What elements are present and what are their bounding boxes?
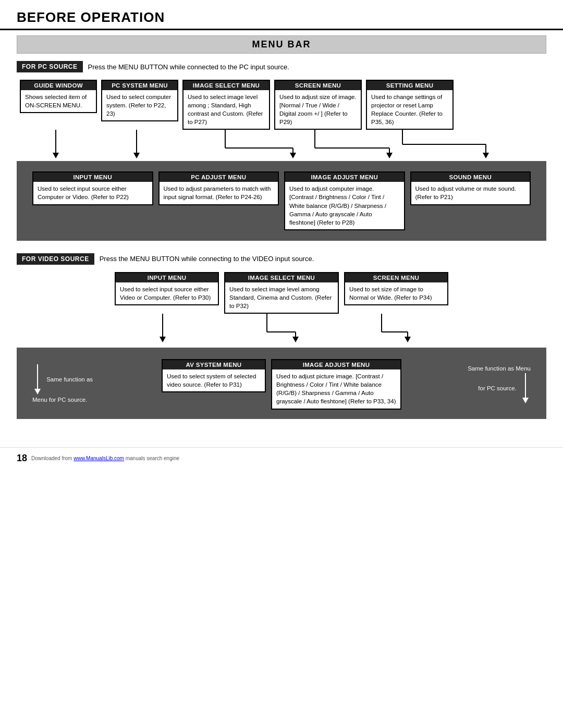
svg-marker-17 bbox=[160, 337, 166, 342]
screen-menu-body-video: Used to set size of image to Normal or W… bbox=[345, 282, 447, 304]
svg-marker-29 bbox=[522, 398, 529, 403]
setting-menu-title: SETTING MENU bbox=[367, 81, 452, 90]
sound-menu-box: SOUND MENU Used to adjust volume or mute… bbox=[410, 171, 531, 205]
image-adjust-menu-title-video: IMAGE ADJUST MENU bbox=[272, 360, 400, 369]
setting-menu-box: SETTING MENU Used to change settings of … bbox=[366, 80, 454, 130]
pc-system-menu-body: Used to select computer system. (Refer t… bbox=[102, 90, 177, 120]
video-source-label: FOR VIDEO SOURCE Press the MENU BUTTON w… bbox=[17, 253, 314, 265]
page-number: 18 bbox=[17, 453, 27, 464]
pc-source-badge: FOR PC SOURCE bbox=[17, 61, 83, 72]
video-source-section: FOR VIDEO SOURCE Press the MENU BUTTON w… bbox=[17, 253, 546, 419]
input-menu-body-video: Used to select input source either Video… bbox=[116, 282, 218, 304]
right-arrow-icon bbox=[520, 373, 531, 404]
pc-top-menus: GUIDE WINDOW Shows selected item of ON-S… bbox=[17, 80, 546, 130]
svg-marker-15 bbox=[483, 153, 489, 158]
pc-system-menu-box: PC SYSTEM MENU Used to select computer s… bbox=[101, 80, 178, 121]
page-title: BEFORE OPERATION bbox=[17, 9, 546, 26]
video-side-label-right: Same function as Menu for PC source. bbox=[463, 364, 531, 404]
pc-source-section: FOR PC SOURCE Press the MENU BUTTON whil… bbox=[17, 61, 546, 241]
pc-system-menu-title: PC SYSTEM MENU bbox=[102, 81, 177, 90]
sound-menu-title: SOUND MENU bbox=[411, 172, 530, 182]
manualslib-link[interactable]: www.ManualsLib.com bbox=[74, 455, 124, 461]
svg-marker-27 bbox=[34, 389, 41, 394]
footer-link: Downloaded from www.ManualsLib.com manua… bbox=[31, 455, 179, 461]
image-adjust-menu-body-pc: Used to adjust computer image. [Contrast… bbox=[285, 182, 404, 229]
image-select-menu-body-video: Used to select image level among Standar… bbox=[225, 282, 338, 313]
input-menu-box-video: INPUT MENU Used to select input source e… bbox=[115, 272, 219, 305]
video-top-arrows-svg bbox=[17, 314, 546, 348]
image-adjust-menu-box-pc: IMAGE ADJUST MENU Used to adjust compute… bbox=[284, 171, 405, 230]
screen-menu-body-pc: Used to adjust size of image. [Normal / … bbox=[275, 90, 361, 129]
page-footer: 18 Downloaded from www.ManualsLib.com ma… bbox=[0, 447, 563, 469]
svg-marker-25 bbox=[405, 337, 411, 342]
svg-marker-21 bbox=[292, 337, 299, 342]
section-title-bar: MENU BAR bbox=[17, 35, 546, 54]
svg-marker-1 bbox=[53, 153, 59, 158]
pc-bottom-menus: INPUT MENU Used to select input source e… bbox=[32, 171, 531, 230]
left-arrow-icon bbox=[32, 364, 43, 396]
av-system-menu-title: AV SYSTEM MENU bbox=[163, 360, 265, 369]
pc-source-label: FOR PC SOURCE Press the MENU BUTTON whil… bbox=[17, 61, 289, 72]
video-dark-band: Same function as Menu for PC source. AV … bbox=[17, 348, 546, 418]
screen-menu-box-pc: SCREEN MENU Used to adjust size of image… bbox=[274, 80, 362, 130]
av-system-menu-box: AV SYSTEM MENU Used to select system of … bbox=[162, 359, 266, 392]
pc-source-desc: Press the MENU BUTTON while connected to… bbox=[88, 63, 289, 71]
video-bottom-menus: AV SYSTEM MENU Used to select system of … bbox=[111, 359, 452, 409]
input-menu-box-pc: INPUT MENU Used to select input source e… bbox=[32, 171, 153, 205]
screen-menu-title-video: SCREEN MENU bbox=[345, 273, 447, 282]
av-system-menu-body: Used to select system of selected video … bbox=[163, 369, 265, 391]
video-top-menus: INPUT MENU Used to select input source e… bbox=[17, 272, 546, 314]
image-select-menu-box-pc: IMAGE SELECT MENU Used to select image l… bbox=[182, 80, 270, 130]
setting-menu-body: Used to change settings of projector or … bbox=[367, 90, 452, 129]
input-menu-title-video: INPUT MENU bbox=[116, 273, 218, 282]
svg-marker-7 bbox=[290, 153, 296, 158]
main-content: MENU BAR FOR PC SOURCE Press the MENU BU… bbox=[0, 30, 563, 442]
image-select-menu-box-video: IMAGE SELECT MENU Used to select image l… bbox=[224, 272, 339, 314]
video-source-badge: FOR VIDEO SOURCE bbox=[17, 253, 94, 265]
image-adjust-menu-box-video: IMAGE ADJUST MENU Used to adjust picture… bbox=[271, 359, 401, 409]
pc-adjust-menu-box: PC ADJUST MENU Used to adjust parameters… bbox=[158, 171, 279, 205]
pc-adjust-menu-body: Used to adjust parameters to match with … bbox=[160, 182, 278, 204]
image-adjust-menu-title-pc: IMAGE ADJUST MENU bbox=[285, 172, 404, 182]
image-select-menu-body-pc: Used to select image level among ; Stand… bbox=[183, 90, 269, 129]
pc-adjust-menu-title: PC ADJUST MENU bbox=[160, 172, 278, 182]
pc-top-arrows-svg bbox=[17, 130, 546, 161]
guide-window-body: Shows selected item of ON-SCREEN MENU. bbox=[21, 90, 96, 112]
image-adjust-menu-body-video: Used to adjust picture image. [Contrast … bbox=[272, 369, 400, 408]
guide-window-title: GUIDE WINDOW bbox=[21, 81, 96, 90]
svg-marker-11 bbox=[386, 153, 393, 158]
video-side-label-left: Same function as Menu for PC source. bbox=[32, 364, 100, 404]
page-header: BEFORE OPERATION bbox=[0, 0, 563, 30]
video-dark-band-inner: Same function as Menu for PC source. AV … bbox=[32, 359, 531, 409]
screen-menu-title-pc: SCREEN MENU bbox=[275, 81, 361, 90]
screen-menu-box-video: SCREEN MENU Used to set size of image to… bbox=[344, 272, 448, 305]
sound-menu-body: Used to adjust volume or mute sound. (Re… bbox=[411, 182, 530, 204]
pc-dark-band: INPUT MENU Used to select input source e… bbox=[17, 161, 546, 240]
image-select-menu-title-video: IMAGE SELECT MENU bbox=[225, 273, 338, 282]
video-source-desc: Press the MENU BUTTON while connecting t… bbox=[100, 255, 314, 263]
guide-window-box: GUIDE WINDOW Shows selected item of ON-S… bbox=[20, 80, 97, 113]
image-select-menu-title-pc: IMAGE SELECT MENU bbox=[183, 81, 269, 90]
input-menu-title-pc: INPUT MENU bbox=[33, 172, 152, 182]
svg-marker-3 bbox=[133, 153, 140, 158]
input-menu-body-pc: Used to select input source either Compu… bbox=[33, 182, 152, 204]
